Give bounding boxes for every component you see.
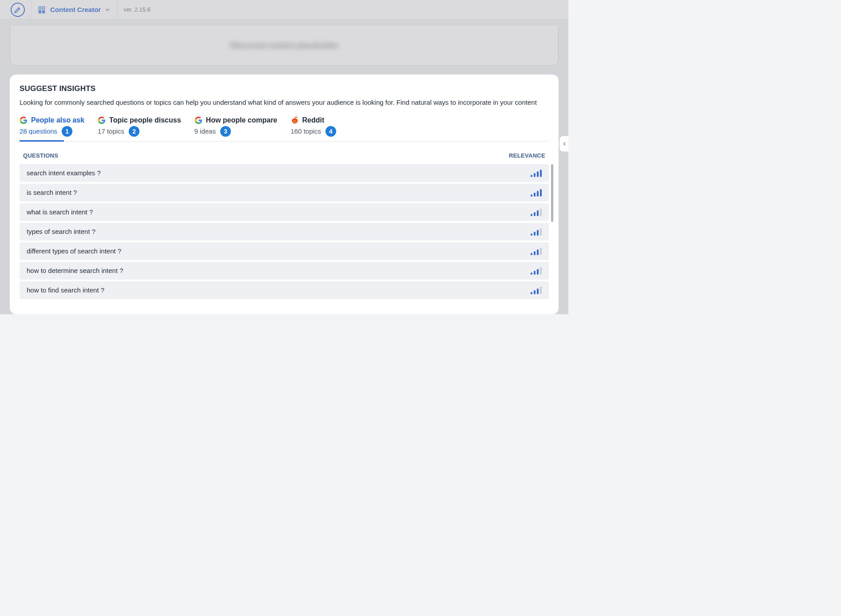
col-relevance: RELEVANCE bbox=[509, 152, 545, 159]
app-logo-icon bbox=[11, 3, 25, 17]
svg-rect-1 bbox=[43, 7, 45, 9]
questions-list: search intent examples ? is search inten… bbox=[20, 164, 549, 299]
tab-badge: 2 bbox=[129, 126, 139, 137]
tab-badge: 3 bbox=[220, 126, 231, 137]
grid-icon bbox=[38, 6, 46, 14]
collapse-handle[interactable] bbox=[559, 136, 568, 152]
tab-people-also-ask[interactable]: People also ask 28 questions1 bbox=[20, 116, 84, 141]
app-header: Content Creator ver. 2.15.6 bbox=[0, 0, 568, 20]
version-cell: ver. 2.15.6 bbox=[117, 0, 157, 20]
svg-point-11 bbox=[296, 117, 297, 118]
svg-point-9 bbox=[293, 120, 294, 121]
svg-point-8 bbox=[296, 119, 298, 121]
suggest-insights-panel: SUGGEST INSIGHTS Looking for commonly se… bbox=[10, 75, 559, 314]
relevance-bars bbox=[531, 208, 542, 216]
question-row[interactable]: different types of search intent ? bbox=[20, 242, 549, 260]
question-text: different types of search intent ? bbox=[27, 247, 121, 255]
svg-point-10 bbox=[295, 120, 296, 121]
chevron-down-icon bbox=[104, 7, 111, 13]
tab-badge: 4 bbox=[325, 126, 336, 137]
relevance-bars bbox=[531, 267, 542, 275]
question-row[interactable]: search intent examples ? bbox=[20, 164, 549, 182]
tab-count: 160 topics bbox=[291, 127, 321, 135]
relevance-bars bbox=[531, 228, 542, 236]
obscured-text: Obscured content placeholder bbox=[230, 41, 339, 50]
app-version: ver. 2.15.6 bbox=[123, 6, 151, 13]
col-questions: QUESTIONS bbox=[23, 152, 58, 159]
tab-reddit[interactable]: Reddit 160 topics4 bbox=[291, 116, 336, 141]
relevance-bars bbox=[531, 286, 542, 294]
relevance-bars bbox=[531, 247, 542, 255]
question-text: what is search intent ? bbox=[27, 208, 93, 216]
svg-rect-2 bbox=[39, 10, 41, 11]
relevance-bars bbox=[531, 169, 542, 177]
tab-topic-people-discuss[interactable]: Topic people discuss 17 topics2 bbox=[98, 116, 181, 141]
question-text: types of search intent ? bbox=[27, 228, 95, 235]
tab-count: 17 topics bbox=[98, 127, 124, 135]
svg-point-7 bbox=[292, 119, 293, 121]
question-row[interactable]: how to find search intent ? bbox=[20, 281, 549, 299]
tab-label: Topic people discuss bbox=[109, 116, 181, 124]
app-switcher[interactable]: Content Creator bbox=[32, 0, 117, 20]
tab-how-people-compare[interactable]: How people compare 9 ideas3 bbox=[194, 116, 278, 141]
app-logo-cell[interactable] bbox=[4, 0, 32, 20]
tab-badge: 1 bbox=[62, 126, 72, 137]
question-text: how to determine search intent ? bbox=[27, 267, 123, 274]
tab-count: 9 ideas bbox=[194, 127, 216, 135]
insight-tabs: People also ask 28 questions1 Topic peop… bbox=[20, 116, 549, 142]
question-row[interactable]: types of search intent ? bbox=[20, 223, 549, 241]
svg-rect-4 bbox=[43, 10, 45, 11]
svg-point-6 bbox=[292, 118, 298, 123]
svg-rect-3 bbox=[39, 12, 41, 13]
question-row[interactable]: is search intent ? bbox=[20, 184, 549, 201]
app-title: Content Creator bbox=[50, 6, 101, 13]
question-row[interactable]: how to determine search intent ? bbox=[20, 262, 549, 280]
relevance-bars bbox=[531, 189, 542, 197]
question-text: search intent examples ? bbox=[27, 169, 101, 177]
tab-label: How people compare bbox=[206, 116, 278, 124]
panel-description: Looking for commonly searched questions … bbox=[20, 98, 549, 107]
tab-label: People also ask bbox=[31, 116, 84, 124]
scrollbar[interactable] bbox=[551, 164, 553, 222]
panel-title: SUGGEST INSIGHTS bbox=[20, 84, 549, 93]
tab-count: 28 questions bbox=[20, 127, 57, 135]
question-row[interactable]: what is search intent ? bbox=[20, 203, 549, 221]
chevron-left-icon bbox=[562, 141, 567, 146]
tab-label: Reddit bbox=[302, 116, 325, 124]
question-text: how to find search intent ? bbox=[27, 286, 104, 294]
svg-rect-0 bbox=[39, 7, 41, 9]
svg-rect-5 bbox=[43, 12, 45, 13]
question-text: is search intent ? bbox=[27, 189, 77, 196]
top-card: Obscured content placeholder bbox=[10, 26, 559, 66]
